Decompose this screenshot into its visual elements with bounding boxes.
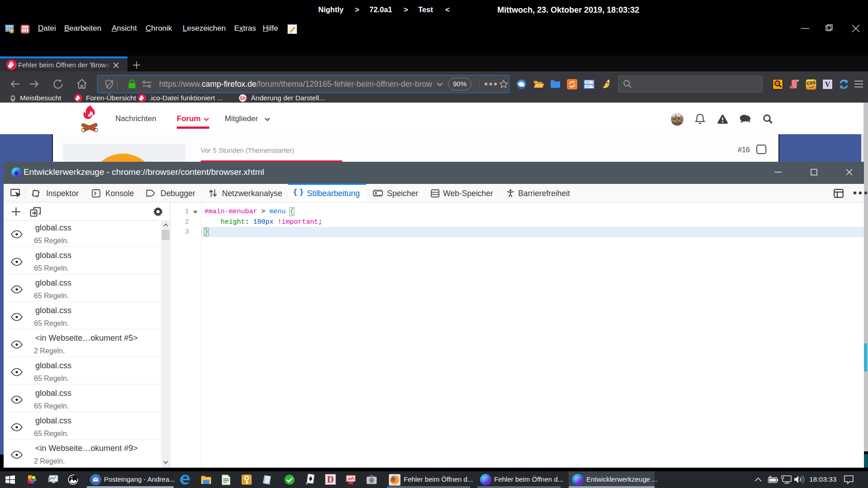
svg-text:V: V <box>825 80 830 88</box>
svg-text:Sh: Sh <box>240 95 245 101</box>
svg-text:D: D <box>327 474 334 484</box>
